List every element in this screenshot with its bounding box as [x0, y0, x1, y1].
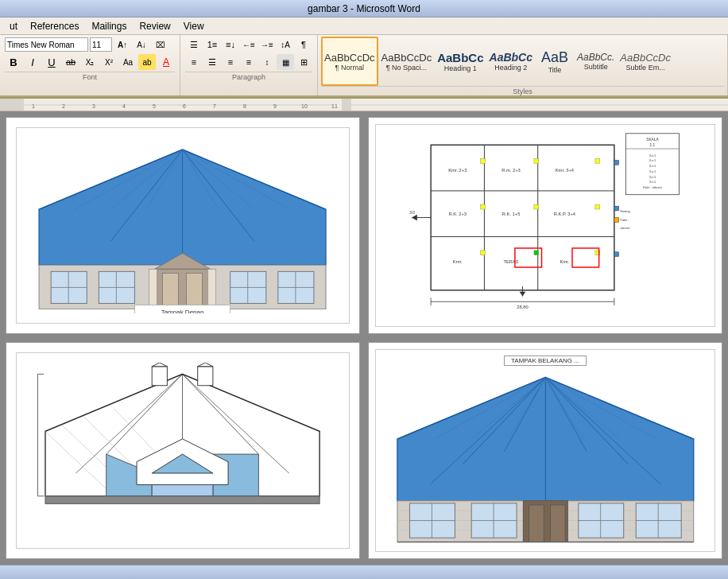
- subtle-em-style[interactable]: AaBbCcDc Subtle Em...: [618, 37, 673, 86]
- rear-elevation-svg: [385, 369, 707, 546]
- document-area: Tampak Depan SKALA 1:1 3:x:1 3:x:1 3:x:1…: [0, 111, 728, 565]
- sort-button[interactable]: ↕A: [277, 37, 294, 52]
- side-elevation-svg: [25, 363, 340, 538]
- side-elevation-page: [6, 342, 360, 559]
- superscript-button[interactable]: X²: [100, 54, 118, 70]
- show-marks-button[interactable]: ¶: [295, 37, 312, 52]
- svg-rect-81: [480, 205, 485, 210]
- svg-rect-114: [153, 367, 168, 386]
- svg-rect-79: [480, 159, 485, 164]
- svg-rect-80: [534, 159, 539, 164]
- heading1-style[interactable]: AaBbCc Heading 1: [435, 37, 486, 86]
- heading2-style[interactable]: AaBbCc Heading 2: [487, 37, 535, 86]
- menu-mailings[interactable]: Mailings: [85, 19, 133, 33]
- justify-button[interactable]: ≡: [240, 54, 258, 70]
- svg-text:slamce: slamce: [620, 227, 629, 230]
- svg-text:3:x:1: 3:x:1: [649, 170, 655, 173]
- multilevel-button[interactable]: ≡↓: [222, 37, 239, 52]
- bold-button[interactable]: B: [5, 54, 22, 70]
- clear-format-button[interactable]: ⌧: [152, 37, 169, 52]
- highlight-button[interactable]: ab: [138, 54, 156, 70]
- svg-text:Falm :: Falm :: [620, 220, 629, 223]
- shrink-font-button[interactable]: A↓: [133, 37, 150, 52]
- svg-rect-2: [342, 99, 351, 111]
- svg-rect-128: [45, 496, 319, 504]
- svg-text:R.K.P. 3+4: R.K.P. 3+4: [553, 212, 575, 216]
- svg-rect-82: [534, 205, 539, 210]
- svg-text:R.m. 2+3: R.m. 2+3: [501, 168, 521, 173]
- svg-text:R.K. 1+5: R.K. 1+5: [501, 212, 520, 216]
- svg-rect-160: [550, 505, 565, 542]
- normal-style[interactable]: AaBbCcDc ¶ Normal: [321, 37, 378, 86]
- svg-text:R.K. 2+3: R.K. 2+3: [448, 212, 467, 216]
- svg-text:Tampak Depan: Tampak Depan: [161, 309, 204, 313]
- align-left-button[interactable]: ≡: [185, 54, 203, 70]
- svg-marker-115: [153, 363, 168, 367]
- svg-text:TERAS: TERAS: [503, 260, 518, 265]
- font-size-input[interactable]: [90, 37, 112, 52]
- svg-rect-101: [614, 252, 619, 257]
- font-color-button[interactable]: A: [157, 54, 175, 70]
- ruler: 1 2 3 4 5 6 7 8 9 10 11: [0, 99, 728, 111]
- svg-text:3:x:1: 3:x:1: [649, 176, 655, 179]
- svg-text:7: 7: [213, 103, 216, 109]
- borders-button[interactable]: ⊞: [295, 54, 312, 70]
- change-case-button[interactable]: Aa: [119, 54, 137, 70]
- svg-text:11: 11: [331, 103, 338, 109]
- floor-plan-svg: SKALA 1:1 3:x:1 3:x:1 3:x:1 3:x:1 3:x:1 …: [385, 130, 707, 321]
- bullets-button[interactable]: ☰: [185, 37, 203, 52]
- menu-ut[interactable]: ut: [3, 19, 24, 33]
- decrease-indent-button[interactable]: ←≡: [240, 37, 258, 52]
- front-elevation-page: Tampak Depan: [6, 117, 360, 334]
- svg-rect-1: [0, 99, 24, 111]
- floor-plan-page: SKALA 1:1 3:x:1 3:x:1 3:x:1 3:x:1 3:x:1 …: [368, 117, 722, 334]
- svg-marker-117: [198, 363, 213, 367]
- menu-view[interactable]: View: [177, 19, 211, 33]
- svg-rect-84: [534, 251, 539, 255]
- svg-rect-38: [187, 274, 203, 309]
- font-name-input[interactable]: [5, 37, 88, 52]
- svg-rect-100: [614, 206, 619, 211]
- menu-references[interactable]: References: [24, 19, 85, 33]
- align-center-button[interactable]: ☰: [203, 54, 221, 70]
- svg-text:8: 8: [243, 103, 246, 109]
- menu-review[interactable]: Review: [133, 19, 176, 33]
- grow-font-button[interactable]: A↑: [114, 37, 131, 52]
- svg-text:Kntang: Kntang: [620, 210, 629, 213]
- svg-marker-91: [412, 215, 417, 221]
- font-group: A↑ A↓ ⌧ B I U ab X₂ X² Aa ab A Font: [0, 35, 180, 95]
- svg-text:3:x:1: 3:x:1: [649, 154, 655, 157]
- align-right-button[interactable]: ≡: [222, 54, 239, 70]
- svg-text:3:x:1: 3:x:1: [649, 181, 655, 185]
- subscript-button[interactable]: X₂: [81, 54, 99, 70]
- svg-text:3:x:1: 3:x:1: [649, 160, 655, 163]
- shading-button[interactable]: ▦: [277, 54, 294, 70]
- italic-button[interactable]: I: [24, 54, 41, 70]
- no-spacing-style[interactable]: AaBbCcDc ¶ No Spaci...: [379, 37, 435, 86]
- underline-button[interactable]: U: [43, 54, 60, 70]
- svg-text:3: 3: [92, 103, 95, 109]
- increase-indent-button[interactable]: →≡: [258, 37, 276, 52]
- subtitle-style[interactable]: AaBbCc. Subtitle: [575, 37, 617, 86]
- svg-rect-116: [198, 367, 213, 386]
- svg-text:6: 6: [183, 103, 186, 109]
- svg-text:4: 4: [122, 103, 126, 109]
- svg-text:Kmr.: Kmr.: [453, 260, 463, 265]
- svg-text:10: 10: [301, 103, 308, 109]
- svg-text:5: 5: [153, 103, 156, 109]
- line-spacing-button[interactable]: ↕: [258, 54, 276, 70]
- svg-rect-102: [614, 218, 619, 223]
- ribbon: A↑ A↓ ⌧ B I U ab X₂ X² Aa ab A Font ☰ 1≡: [0, 35, 728, 99]
- svg-text:28.80: 28.80: [517, 305, 528, 309]
- paragraph-group: ☰ 1≡ ≡↓ ←≡ →≡ ↕A ¶ ≡ ☰ ≡ ≡ ↕ ▦ ⊞ Paragra…: [180, 35, 318, 95]
- numbering-button[interactable]: 1≡: [203, 37, 221, 52]
- svg-rect-99: [614, 161, 619, 165]
- front-elevation-svg: Tampak Depan: [25, 138, 340, 313]
- svg-text:3:0: 3:0: [409, 211, 415, 215]
- strikethrough-button[interactable]: ab: [62, 54, 79, 70]
- menu-bar: ut References Mailings Review View: [0, 17, 728, 35]
- styles-group-label: Styles: [321, 86, 724, 95]
- font-group-label: Font: [5, 72, 175, 81]
- svg-rect-83: [480, 251, 485, 255]
- title-style[interactable]: AaB Title: [536, 37, 574, 86]
